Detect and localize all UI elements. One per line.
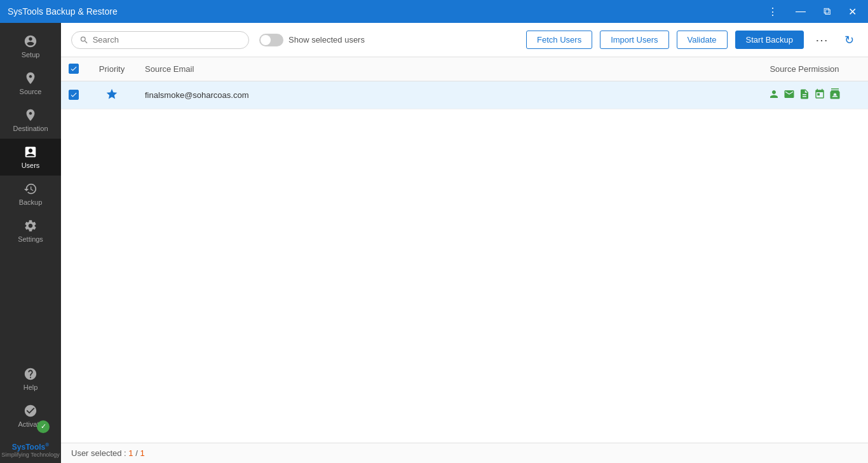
star-icon[interactable]: [105, 88, 118, 100]
search-box[interactable]: [71, 31, 249, 49]
row-checkbox[interactable]: [69, 90, 79, 100]
menu-button[interactable]: ⋮: [764, 4, 782, 19]
refresh-button[interactable]: ↻: [841, 32, 858, 48]
permission-cell: [741, 81, 868, 109]
show-selected-toggle[interactable]: [259, 34, 283, 46]
titlebar: SysTools Backup & Restore ⋮ — ⧉ ✕: [0, 0, 868, 23]
table-header-row: Priority Source Email Source Permission: [61, 57, 868, 81]
destination-icon: [24, 108, 37, 122]
search-input[interactable]: [93, 35, 241, 45]
setup-label: Setup: [22, 51, 40, 59]
users-table-container: Priority Source Email Source Permission: [61, 57, 868, 443]
activate-icon: [24, 404, 37, 418]
app-body: Setup Source Destination Users Backup: [0, 23, 868, 463]
help-label: Help: [24, 384, 38, 391]
destination-label: Destination: [13, 125, 48, 132]
brand-logo-area: SysTools® Simplifying Technology: [1, 439, 59, 463]
close-button[interactable]: ✕: [844, 4, 860, 19]
minimize-button[interactable]: —: [792, 4, 810, 18]
select-all-header[interactable]: [61, 57, 86, 81]
permission-icons: [749, 88, 860, 102]
statusbar: User selected : 1 / 1: [61, 443, 868, 463]
source-label: Source: [20, 88, 42, 95]
source-email-header: Source Email: [137, 57, 741, 81]
contacts-permission-icon: [829, 88, 841, 102]
source-icon: [24, 71, 37, 85]
status-total: 1: [140, 448, 144, 458]
check-icon: [70, 65, 78, 73]
sidebar: Setup Source Destination Users Backup: [0, 23, 61, 463]
users-table: Priority Source Email Source Permission: [61, 57, 868, 109]
sidebar-bottom: Help ✓ Activate: [0, 361, 61, 439]
toggle-label: Show selected users: [288, 35, 365, 45]
doc-permission-icon: [799, 88, 810, 102]
toolbar: Show selected users Fetch Users Import U…: [61, 23, 868, 57]
more-options-button[interactable]: ⋯: [811, 31, 833, 49]
toggle-wrap: Show selected users: [259, 34, 365, 46]
table-header: Priority Source Email Source Permission: [61, 57, 868, 81]
help-icon: [24, 367, 37, 381]
main-content: Show selected users Fetch Users Import U…: [61, 23, 868, 463]
setup-icon: [24, 34, 37, 48]
brand-tagline: Simplifying Technology: [1, 452, 59, 458]
priority-cell[interactable]: [86, 81, 137, 109]
search-icon: [79, 35, 89, 45]
app-title: SysTools Backup & Restore: [8, 6, 118, 17]
users-icon: [24, 145, 37, 159]
source-permission-header: Source Permission: [741, 57, 868, 81]
mail-permission-icon: [783, 88, 795, 102]
backup-label: Backup: [19, 198, 43, 206]
settings-icon: [24, 219, 37, 233]
select-all-checkbox[interactable]: [69, 64, 79, 74]
status-prefix: User selected :: [71, 448, 128, 458]
settings-label: Settings: [18, 235, 43, 243]
sidebar-item-users[interactable]: Users: [0, 139, 61, 176]
sidebar-item-backup[interactable]: Backup: [0, 176, 61, 212]
table-body: finalsmoke@soharcoas.com: [61, 81, 868, 109]
fetch-users-button[interactable]: Fetch Users: [526, 31, 592, 49]
start-backup-button[interactable]: Start Backup: [735, 31, 804, 49]
sidebar-item-activate[interactable]: ✓ Activate: [0, 397, 61, 434]
row-checkbox-cell[interactable]: [61, 81, 86, 109]
validate-button[interactable]: Validate: [677, 31, 728, 49]
table-row: finalsmoke@soharcoas.com: [61, 81, 868, 109]
users-label: Users: [22, 162, 40, 169]
brand-name: SysTools®: [1, 442, 59, 452]
email-cell: finalsmoke@soharcoas.com: [137, 81, 741, 109]
backup-icon: [24, 182, 37, 196]
status-selected: 1: [128, 448, 133, 458]
sidebar-item-settings[interactable]: Settings: [0, 212, 61, 249]
sidebar-item-destination[interactable]: Destination: [0, 102, 61, 139]
maximize-button[interactable]: ⧉: [820, 4, 834, 18]
calendar-permission-icon: [814, 88, 825, 102]
toggle-knob: [261, 35, 271, 45]
sidebar-item-source[interactable]: Source: [0, 65, 61, 102]
user-permission-icon: [768, 88, 780, 102]
activate-badge: ✓: [37, 420, 50, 433]
priority-header: Priority: [86, 57, 137, 81]
window-controls: ⋮ — ⧉ ✕: [764, 4, 860, 19]
row-check-icon: [70, 91, 78, 99]
sidebar-item-setup[interactable]: Setup: [0, 28, 61, 65]
sidebar-item-help[interactable]: Help: [0, 361, 61, 397]
import-users-button[interactable]: Import Users: [600, 31, 668, 49]
